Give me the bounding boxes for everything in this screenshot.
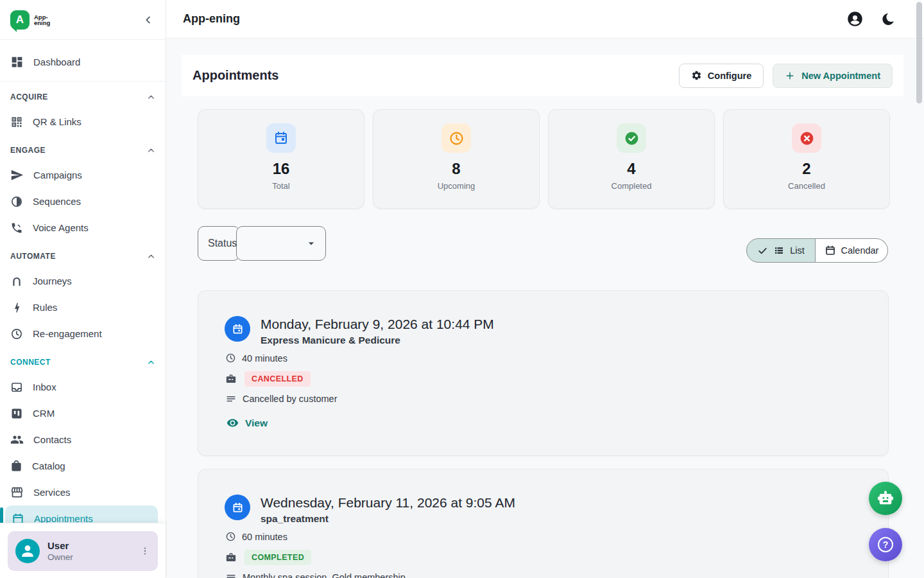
appointment-header: Monday, February 9, 2026 at 10:44 PM Exp… <box>225 316 494 346</box>
sidebar-logo-row: A App- ening <box>0 0 166 40</box>
user-role: Owner <box>47 552 128 562</box>
appointment-view-link[interactable]: View <box>227 417 268 429</box>
calendar-icon <box>231 322 244 336</box>
chevron-up-icon <box>147 252 155 261</box>
appointment-card: Wednesday, February 11, 2026 at 9:05 AM … <box>198 469 889 578</box>
configure-button[interactable]: Configure <box>679 64 764 88</box>
appointment-duration-row: 60 minutes <box>225 531 287 542</box>
chevron-left-icon <box>142 14 154 26</box>
sidebar-item-label: Dashboard <box>33 57 80 67</box>
sidebar-item-campaigns[interactable]: Campaigns <box>0 162 166 188</box>
sidebar-item-label: Services <box>33 487 71 498</box>
qr-code-icon <box>10 116 23 128</box>
user-name: User <box>47 540 128 551</box>
appointment-status-row: COMPLETED <box>225 550 311 565</box>
notes-icon <box>225 572 237 578</box>
clock-icon <box>225 531 236 542</box>
appointment-note-row: Cancelled by customer <box>225 393 338 405</box>
sidebar-item-services[interactable]: Services <box>0 479 166 505</box>
sidebar: A App- ening Dashboard ACQUIRE <box>0 0 166 578</box>
user-card: User Owner <box>8 531 158 571</box>
new-appointment-button[interactable]: New Appointment <box>773 64 893 88</box>
person-icon <box>19 543 36 559</box>
calendar-icon <box>12 512 24 523</box>
plus-icon <box>785 71 795 81</box>
sidebar-item-sequences[interactable]: Sequences <box>0 188 166 215</box>
account-button[interactable] <box>846 10 864 28</box>
sidebar-section-acquire[interactable]: ACQUIRE <box>0 85 166 109</box>
user-avatar <box>15 539 40 563</box>
sidebar-item-label: Journeys <box>33 276 72 286</box>
status-filter-label: Status <box>208 238 237 249</box>
sidebar-item-journeys[interactable]: Journeys <box>0 268 166 294</box>
stat-value: 4 <box>627 160 635 178</box>
view-toggle-calendar[interactable]: Calendar <box>816 238 888 263</box>
route-icon <box>10 275 23 288</box>
sidebar-item-rules[interactable]: Rules <box>0 294 166 320</box>
user-menu-button[interactable] <box>136 542 154 560</box>
chevron-up-icon <box>147 358 155 367</box>
theme-toggle-button[interactable] <box>880 12 896 27</box>
sidebar-section-automate[interactable]: AUTOMATE <box>0 245 166 268</box>
sidebar-item-catalog[interactable]: Catalog <box>0 453 166 479</box>
sidebar-item-label: QR & Links <box>33 116 81 127</box>
sidebar-item-label: Sequences <box>33 196 81 207</box>
people-icon <box>10 433 24 446</box>
sidebar-item-crm[interactable]: CRM <box>0 400 166 426</box>
sidebar-collapse-button[interactable] <box>140 12 157 28</box>
badge-icon <box>225 552 237 563</box>
sidebar-item-dashboard[interactable]: Dashboard <box>0 49 166 74</box>
calendar-icon <box>825 245 836 256</box>
cancel-circle-icon <box>799 130 815 146</box>
stat-tile <box>792 123 821 153</box>
calendar-icon <box>273 130 289 146</box>
robot-icon <box>877 489 894 507</box>
status-filter-select[interactable]: Status <box>198 226 326 261</box>
sidebar-item-qr-links[interactable]: QR & Links <box>0 109 166 135</box>
dashboard-icon <box>10 55 24 69</box>
topbar: App-ening <box>166 0 924 39</box>
app-logo-icon: A <box>10 10 30 30</box>
send-icon <box>10 168 24 182</box>
stat-value: 2 <box>802 160 810 178</box>
clock-icon <box>225 353 236 363</box>
sidebar-item-re-engagement[interactable]: Re-engagement <box>0 320 166 347</box>
storefront-icon <box>10 486 24 499</box>
page-header: Appointments Configure New Appointment <box>182 55 903 96</box>
sidebar-section-engage[interactable]: ENGAGE <box>0 139 166 162</box>
appointment-datetime: Wednesday, February 11, 2026 at 9:05 AM <box>261 495 515 511</box>
appointment-header: Wednesday, February 11, 2026 at 9:05 AM … <box>225 495 515 525</box>
sidebar-section-connect[interactable]: CONNECT <box>0 351 166 374</box>
sidebar-item-inbox[interactable]: Inbox <box>0 374 166 400</box>
check-icon <box>757 245 768 256</box>
inbox-icon <box>10 381 23 394</box>
gear-icon <box>691 70 702 81</box>
view-toggle-list[interactable]: List <box>746 238 816 263</box>
badge-icon <box>225 373 237 385</box>
sidebar-item-label: Voice Agents <box>33 222 89 233</box>
sidebar-item-appointments[interactable]: Appointments <box>5 505 158 523</box>
calendar-icon <box>231 501 244 514</box>
eye-icon <box>227 417 239 429</box>
app-logo: A App- ening <box>10 10 50 30</box>
list-icon <box>773 245 785 256</box>
help-fab[interactable]: ? <box>869 528 902 561</box>
chatbot-fab[interactable] <box>869 482 902 515</box>
appointment-datetime: Monday, February 9, 2026 at 10:44 PM <box>261 316 494 333</box>
dots-vertical-icon <box>140 546 150 556</box>
stat-value: 16 <box>273 160 290 178</box>
stat-label: Cancelled <box>788 181 825 191</box>
sidebar-nav: Dashboard ACQUIRE QR & Links ENGAGE Camp… <box>0 40 166 523</box>
app-logo-letter: A <box>16 13 24 26</box>
account-circle-icon <box>846 10 864 28</box>
sidebar-item-contacts[interactable]: Contacts <box>0 426 166 453</box>
appointment-service: spa_treatment <box>261 513 515 525</box>
stat-label: Total <box>272 181 289 191</box>
appointment-note: Cancelled by customer <box>243 394 338 404</box>
scrollbar-thumb[interactable] <box>916 2 922 103</box>
sidebar-item-voice-agents[interactable]: Voice Agents <box>0 215 166 241</box>
bolt-icon <box>10 301 23 314</box>
chevron-up-icon <box>147 93 155 101</box>
stat-label: Upcoming <box>438 181 475 191</box>
stat-card-cancelled: 2 Cancelled <box>723 109 890 209</box>
